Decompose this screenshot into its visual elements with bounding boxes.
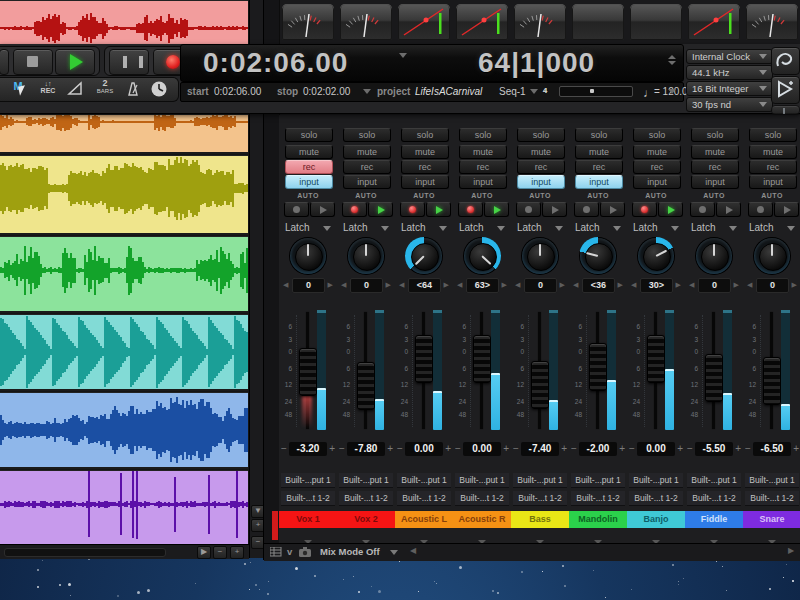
auto-play-button[interactable] — [484, 202, 509, 217]
stop-dropdown-icon[interactable] — [363, 89, 371, 94]
rewind-button[interactable] — [0, 49, 9, 75]
channel-options[interactable] — [279, 530, 337, 541]
output-assignment[interactable]: Built-...t 1-2 — [629, 491, 683, 506]
mute-button[interactable]: mute — [691, 145, 739, 159]
record-enable-button[interactable]: rec — [575, 160, 623, 174]
volume-fader[interactable] — [763, 357, 781, 405]
channel-options[interactable] — [395, 530, 453, 541]
automation-mode-select[interactable]: Latch — [455, 222, 509, 235]
input-assignment[interactable]: Built-...put 1 — [513, 473, 567, 488]
load-button[interactable] — [771, 105, 800, 115]
main-counter[interactable]: 0:02:06.00 — [203, 47, 348, 79]
output-assignment[interactable]: Built-...t 1-2 — [513, 491, 567, 506]
metronome-icon[interactable] — [124, 80, 142, 98]
mix-mode-dropdown-icon[interactable] — [390, 550, 398, 555]
pan-right-icon[interactable]: ▶ — [618, 281, 623, 289]
tempo-slider-thumb[interactable] — [590, 89, 594, 93]
channel-options[interactable] — [569, 530, 627, 541]
channel-name[interactable]: Vox 1 — [279, 511, 337, 528]
audio-track-3[interactable] — [0, 236, 248, 313]
pan-value[interactable]: 0 — [292, 278, 325, 293]
pan-right-icon[interactable]: ▶ — [676, 281, 681, 289]
input-assignment[interactable]: Built-...put 1 — [629, 473, 683, 488]
auto-record-button[interactable] — [284, 202, 309, 217]
scroll-right-icon[interactable]: ▶ — [197, 546, 211, 559]
output-assignment[interactable]: Built-...t 1-2 — [397, 491, 451, 506]
record-enable-button[interactable]: rec — [285, 160, 333, 174]
auto-record-button[interactable]: ↓↑ REC — [36, 80, 60, 98]
mute-button[interactable]: mute — [517, 145, 565, 159]
record-enable-button[interactable]: rec — [517, 160, 565, 174]
volume-plus-icon[interactable]: + — [735, 443, 741, 454]
snapshot-camera-icon[interactable] — [299, 547, 312, 557]
auto-record-button[interactable] — [516, 202, 541, 217]
output-assignment[interactable]: Built-...t 1-2 — [571, 491, 625, 506]
volume-value[interactable]: 0.00 — [637, 442, 675, 456]
pan-knob[interactable] — [464, 238, 500, 274]
bit-depth-select[interactable]: 16 Bit Integer — [686, 81, 773, 96]
volume-fader[interactable] — [357, 362, 375, 410]
audio-track-4[interactable] — [0, 314, 248, 391]
tempo-dropdown-icon[interactable] — [668, 89, 676, 94]
audio-track-6[interactable] — [0, 470, 248, 547]
volume-plus-icon[interactable]: + — [677, 443, 683, 454]
auto-record-button[interactable] — [400, 202, 425, 217]
input-monitor-button[interactable]: input — [343, 175, 391, 189]
slip-tool-icon[interactable] — [66, 80, 86, 98]
input-monitor-button[interactable]: input — [459, 175, 507, 189]
solo-button[interactable]: solo — [633, 128, 681, 142]
input-assignment[interactable]: Built-...put 1 — [397, 473, 451, 488]
pan-value[interactable]: 0 — [350, 278, 383, 293]
mute-button[interactable]: mute — [749, 145, 797, 159]
volume-plus-icon[interactable]: + — [619, 443, 625, 454]
channel-name[interactable]: Bass — [511, 511, 569, 528]
scroll-right-icon[interactable]: ▶ — [788, 546, 794, 555]
pan-knob[interactable] — [406, 238, 442, 274]
channel-options[interactable] — [337, 530, 395, 541]
input-assignment[interactable]: Built-...put 1 — [281, 473, 335, 488]
pan-left-icon[interactable]: ◀ — [515, 281, 520, 289]
start-value[interactable]: 0:02:06.00 — [214, 86, 261, 97]
pan-knob[interactable] — [290, 238, 326, 274]
input-assignment[interactable]: Built-...put 1 — [339, 473, 393, 488]
pan-right-icon[interactable]: ▶ — [792, 281, 797, 289]
volume-minus-icon[interactable]: − — [455, 443, 461, 454]
pan-value[interactable]: 63> — [466, 278, 499, 293]
pan-value[interactable]: <36 — [582, 278, 615, 293]
channel-name[interactable]: Snare — [743, 511, 800, 528]
record-enable-button[interactable]: rec — [749, 160, 797, 174]
audio-track-2[interactable] — [0, 155, 248, 235]
track-list-icon[interactable] — [270, 547, 282, 557]
automation-mode-select[interactable]: Latch — [571, 222, 625, 235]
pan-left-icon[interactable]: ◀ — [399, 281, 404, 289]
pan-left-icon[interactable]: ◀ — [747, 281, 752, 289]
volume-plus-icon[interactable]: + — [329, 443, 335, 454]
input-monitor-button[interactable]: input — [517, 175, 565, 189]
volume-value[interactable]: -2.00 — [579, 442, 617, 456]
pan-value[interactable]: <64 — [408, 278, 441, 293]
pan-knob[interactable] — [580, 238, 616, 274]
solo-button[interactable]: solo — [749, 128, 797, 142]
pan-left-icon[interactable]: ◀ — [573, 281, 578, 289]
volume-minus-icon[interactable]: − — [571, 443, 577, 454]
scrollbar-groove[interactable] — [4, 548, 166, 557]
mute-button[interactable]: mute — [633, 145, 681, 159]
output-assignment[interactable]: Built-...t 1-2 — [745, 491, 799, 506]
pan-knob[interactable] — [754, 238, 790, 274]
volume-fader[interactable] — [299, 348, 317, 396]
auto-play-button[interactable] — [774, 202, 799, 217]
record-enable-button[interactable]: rec — [633, 160, 681, 174]
pan-left-icon[interactable]: ◀ — [457, 281, 462, 289]
auto-record-button[interactable] — [458, 202, 483, 217]
channel-name[interactable]: Acoustic L — [395, 511, 453, 528]
pan-right-icon[interactable]: ▶ — [444, 281, 449, 289]
auto-record-button[interactable] — [748, 202, 773, 217]
auto-play-button[interactable] — [716, 202, 741, 217]
record-enable-button[interactable]: rec — [459, 160, 507, 174]
volume-minus-icon[interactable]: − — [281, 443, 287, 454]
output-assignment[interactable]: Built-...t 1-2 — [455, 491, 509, 506]
auto-play-button[interactable] — [310, 202, 335, 217]
memory-cycle-button[interactable] — [771, 47, 800, 75]
pan-value[interactable]: 30> — [640, 278, 673, 293]
pan-value[interactable]: 0 — [698, 278, 731, 293]
